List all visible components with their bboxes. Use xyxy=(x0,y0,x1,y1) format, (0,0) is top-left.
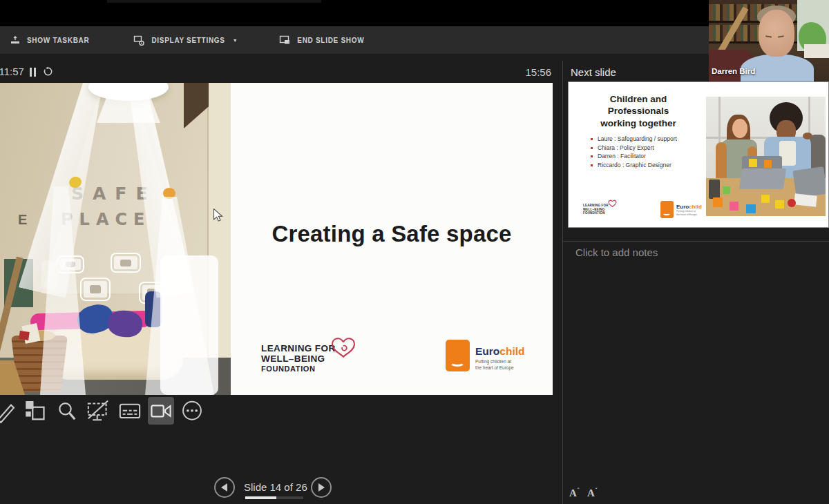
black-screen-icon xyxy=(86,399,110,424)
next-slide-bullets: Laure : Safeguarding / support Chiara : … xyxy=(591,135,677,170)
presenter-toolbar: SHOW TASKBAR DISPLAY SETTINGS ▼ END SLID… xyxy=(0,26,829,54)
current-time: 15:56 xyxy=(520,66,551,78)
slide-title: Creating a Safe space xyxy=(231,221,553,247)
photo-wall-stray-letter: E xyxy=(18,212,27,228)
restart-timer-icon xyxy=(43,66,53,77)
lfwb-heart-icon xyxy=(608,200,617,208)
top-black-strip xyxy=(0,0,829,26)
next-slide-button[interactable] xyxy=(311,477,332,498)
eurochild-brand-euro: Euro xyxy=(475,345,499,357)
end-slide-show-label: END SLIDE SHOW xyxy=(297,37,364,44)
see-all-slides-icon xyxy=(25,399,46,424)
end-slide-show-button[interactable]: END SLIDE SHOW xyxy=(279,35,364,46)
safe-space-photo: SAFE PLACE E xyxy=(0,83,231,395)
bullet-item: Riccardo : Graphic Designer xyxy=(591,162,677,168)
pen-tools-button[interactable] xyxy=(0,399,17,427)
photo-decor xyxy=(160,255,218,395)
lfwb-logo-mini: LEARNING FOR WELL–BEING FOUNDATION xyxy=(583,204,609,215)
lfwb-logo: LEARNING FOR WELL–BEING FOUNDATION xyxy=(261,343,336,374)
taskbar-icon xyxy=(10,35,21,46)
display-settings-icon xyxy=(133,35,145,46)
notes-divider xyxy=(563,241,829,242)
slide-progress-fill xyxy=(245,496,276,499)
eurochild-logo-mini: Eurochild Putting children at the heart … xyxy=(660,201,702,218)
elapsed-timer-value: 0:11:57 xyxy=(0,66,24,77)
webcam-participant-name: Darren Bird xyxy=(712,67,755,75)
captions-icon xyxy=(118,399,142,424)
elapsed-timer: 0:11:57 xyxy=(0,66,29,79)
camera-button[interactable] xyxy=(150,399,172,427)
pen-icon xyxy=(0,399,17,424)
bullet-item: Darren : Facilitator xyxy=(591,153,677,159)
panel-divider xyxy=(562,61,563,504)
slide-counter: Slide 14 of 26 xyxy=(244,481,307,493)
display-settings-button[interactable]: DISPLAY SETTINGS ▼ xyxy=(133,35,238,46)
black-screen-button[interactable] xyxy=(86,399,110,427)
magnifier-icon xyxy=(57,399,77,424)
zoom-slide-button[interactable] xyxy=(57,399,77,427)
lfwb-line2: WELL–BEING xyxy=(261,353,336,364)
eurochild-smile-icon xyxy=(660,201,674,218)
bullet-item: Laure : Safeguarding / support xyxy=(591,135,677,142)
lfwb-line1: LEARNING FOR xyxy=(261,343,336,353)
end-slide-show-icon xyxy=(279,35,291,46)
see-all-slides-button[interactable] xyxy=(25,399,46,427)
lfwb-line3: FOUNDATION xyxy=(261,365,336,373)
slide-progress-bar xyxy=(245,496,303,499)
eurochild-logo: Eurochild Putting children at the heart … xyxy=(446,340,524,371)
next-slide-header: Next slide xyxy=(571,66,616,78)
pause-timer-button[interactable] xyxy=(30,68,38,77)
display-settings-caret: ▼ xyxy=(233,38,238,43)
more-options-button[interactable] xyxy=(181,399,203,427)
photo-decor xyxy=(184,83,209,128)
eurochild-smile-icon xyxy=(446,340,470,371)
next-slide-title: Children and Professionals working toget… xyxy=(575,93,701,129)
notes-placeholder[interactable]: Click to add notes xyxy=(575,246,658,258)
captions-button[interactable] xyxy=(118,399,142,427)
camera-icon xyxy=(150,399,172,424)
increase-font-button[interactable]: Aˆ xyxy=(569,487,580,499)
restart-timer-button[interactable] xyxy=(43,66,53,79)
previous-arrow-icon xyxy=(217,483,227,492)
show-taskbar-label: SHOW TASKBAR xyxy=(27,37,89,44)
mouse-cursor xyxy=(213,209,223,222)
top-strip-segment xyxy=(107,0,321,3)
next-slide-preview[interactable]: Children and Professionals working toget… xyxy=(568,81,829,228)
current-slide[interactable]: SAFE PLACE E xyxy=(0,83,553,395)
eurochild-tagline-2: the heart of Europe xyxy=(475,365,524,371)
display-settings-label: DISPLAY SETTINGS xyxy=(151,37,225,44)
next-slide-photo xyxy=(706,97,826,216)
eurochild-brand-child: child xyxy=(499,345,524,357)
previous-slide-button[interactable] xyxy=(214,477,235,498)
presenter-view-screen: SHOW TASKBAR DISPLAY SETTINGS ▼ END SLID… xyxy=(0,0,829,504)
ellipsis-icon xyxy=(181,399,203,424)
photo-decor xyxy=(19,331,30,340)
bullet-item: Chiara : Policy Expert xyxy=(591,144,677,151)
webcam-video[interactable]: Darren Bird xyxy=(709,0,829,81)
next-arrow-icon xyxy=(318,483,329,492)
lfwb-heart-icon xyxy=(330,336,356,360)
decrease-font-button[interactable]: Aˇ xyxy=(587,487,598,499)
show-taskbar-button[interactable]: SHOW TASKBAR xyxy=(10,35,89,46)
eurochild-tagline-1: Putting children at xyxy=(475,359,524,365)
